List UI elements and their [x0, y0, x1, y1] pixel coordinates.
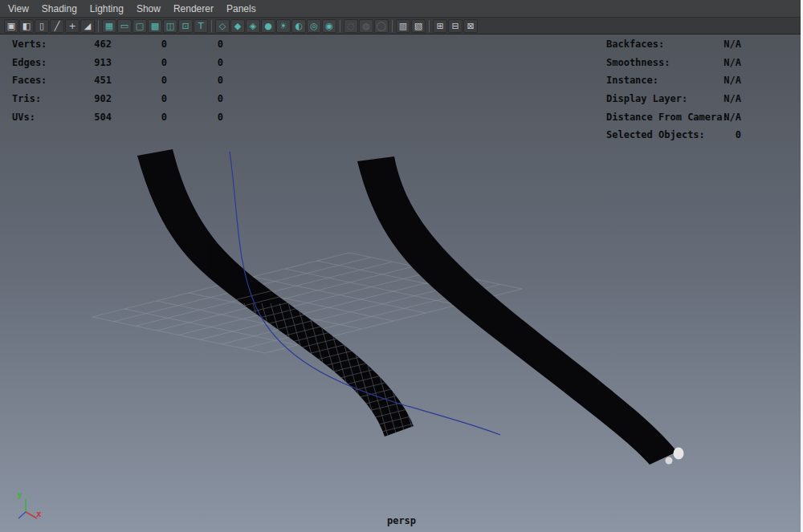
poly-count-row: Verts:46200 — [12, 35, 223, 54]
textured-icon[interactable]: ◈ — [246, 19, 260, 33]
object-detail-row: Instance:N/A — [606, 71, 741, 90]
wireframe-icon[interactable]: ◇ — [215, 19, 230, 33]
detail-label: Display Layer: — [606, 93, 687, 104]
view-transform-icon[interactable]: ◯ — [374, 19, 389, 33]
stat-value: 0 — [112, 93, 167, 104]
bookmark-icon[interactable]: ▯ — [35, 19, 49, 33]
toolbar-separator — [340, 20, 340, 32]
stat-value: 462 — [62, 39, 112, 50]
detail-value: N/A — [724, 57, 741, 68]
stat-value: 0 — [167, 75, 223, 86]
detail-value: N/A — [724, 93, 741, 104]
menu-panels[interactable]: Panels — [220, 0, 263, 17]
stat-value: 0 — [112, 57, 167, 68]
hud-poly-count: Verts:46200Edges:91300Faces:45100Tris:90… — [12, 35, 223, 126]
detail-value: N/A — [724, 75, 741, 86]
detail-value: N/A — [724, 112, 741, 123]
lighting-icon[interactable]: ☀ — [276, 19, 291, 33]
shadows-icon[interactable]: ◐ — [291, 19, 306, 33]
stat-value: 0 — [167, 112, 223, 123]
stat-value: 451 — [62, 75, 112, 86]
stat-value: 0 — [167, 57, 223, 68]
menu-show[interactable]: Show — [130, 0, 167, 17]
motion-blur-icon[interactable]: ◉ — [322, 19, 336, 33]
film-gate-icon[interactable]: ▭ — [117, 19, 132, 33]
brush-icon[interactable]: ◢ — [80, 19, 95, 33]
stat-value: 913 — [62, 57, 112, 68]
detail-label: Smoothness: — [606, 57, 670, 68]
detail-value: N/A — [724, 39, 741, 50]
stat-label: Tris: — [12, 93, 62, 104]
safe-action-icon[interactable]: ⊡ — [178, 19, 193, 33]
stat-value: 902 — [62, 93, 112, 104]
occlusion-icon[interactable]: ◎ — [307, 19, 321, 33]
pencil-icon[interactable]: ╱ — [50, 19, 64, 33]
stat-label: Edges: — [12, 57, 62, 68]
toolbar-separator — [392, 20, 393, 32]
image-plane-icon[interactable]: ⊞ — [433, 19, 447, 33]
gate-mask-icon[interactable]: ▩ — [148, 19, 162, 33]
menu-lighting[interactable]: Lighting — [84, 0, 130, 17]
toolbar-separator — [211, 20, 212, 32]
axis-y-label: y — [17, 489, 22, 500]
menu-renderer[interactable]: Renderer — [167, 0, 220, 17]
field-chart-icon[interactable]: ◫ — [163, 19, 177, 33]
detail-label: Selected Objects: — [606, 129, 705, 140]
menu-shading[interactable]: Shading — [35, 0, 84, 17]
xray-icon[interactable]: ▧ — [411, 19, 426, 33]
camera-select-icon[interactable]: ▣ — [4, 19, 18, 33]
shaded-icon[interactable]: ◆ — [230, 19, 245, 33]
object-detail-row: Smoothness:N/A — [606, 54, 741, 72]
poly-count-row: Edges:91300 — [12, 54, 223, 72]
toolbar: ▣◧▯╱+◢▦▭▢▩◫⊡T◇◆◈●☀◐◎◉◌◍◯▥▧⊞⊟⊠ — [0, 18, 803, 35]
stat-value: 0 — [167, 39, 223, 50]
detail-label: Distance From Camera: — [606, 112, 728, 123]
stat-label: Faces: — [12, 75, 62, 86]
object-detail-row: Backfaces:N/A — [606, 35, 741, 54]
menu-view[interactable]: View — [2, 0, 35, 17]
stat-label: UVs: — [12, 112, 62, 123]
detail-label: Instance: — [606, 75, 658, 86]
resolution-gate-icon[interactable]: ▢ — [132, 19, 147, 33]
detail-value: 0 — [736, 129, 741, 140]
sequence-icon[interactable]: ⊟ — [448, 19, 463, 33]
camera-lock-icon[interactable]: ◧ — [19, 19, 34, 33]
toolbar-separator — [98, 20, 99, 32]
poly-count-row: UVs:50400 — [12, 108, 223, 126]
stat-label: Verts: — [12, 39, 62, 50]
object-detail-row: Display Layer:N/A — [606, 90, 741, 108]
detail-label: Backfaces: — [606, 39, 664, 50]
camera-name-label: persp — [0, 515, 803, 526]
use-default-material-icon[interactable]: ● — [261, 19, 275, 33]
object-detail-row: Distance From Camera:N/A — [606, 108, 741, 126]
stat-value: 0 — [167, 93, 223, 104]
stat-value: 0 — [112, 112, 167, 123]
safe-title-icon[interactable]: T — [194, 19, 208, 33]
stat-value: 0 — [112, 75, 167, 86]
grid-display-icon[interactable]: ▦ — [102, 19, 116, 33]
viewport-canvas[interactable]: yx Verts:46200Edges:91300Faces:45100Tris… — [0, 35, 803, 532]
gamma-icon[interactable]: ◍ — [359, 19, 373, 33]
snap-to-grid-icon[interactable]: ⊠ — [463, 19, 478, 33]
hud-object-details: Backfaces:N/ASmoothness:N/AInstance:N/AD… — [606, 35, 741, 144]
isolate-select-icon[interactable]: ▥ — [396, 19, 410, 33]
poly-count-row: Faces:45100 — [12, 71, 223, 90]
toolbar-separator — [429, 20, 430, 32]
menubar: ViewShadingLightingShowRendererPanels — [0, 0, 803, 18]
poly-count-row: Tris:90200 — [12, 90, 223, 108]
stat-value: 0 — [112, 39, 167, 50]
stat-value: 504 — [62, 112, 112, 123]
move-axis-icon[interactable]: + — [65, 19, 79, 33]
object-detail-row: Selected Objects:0 — [606, 126, 741, 144]
exposure-icon[interactable]: ◌ — [344, 19, 358, 33]
